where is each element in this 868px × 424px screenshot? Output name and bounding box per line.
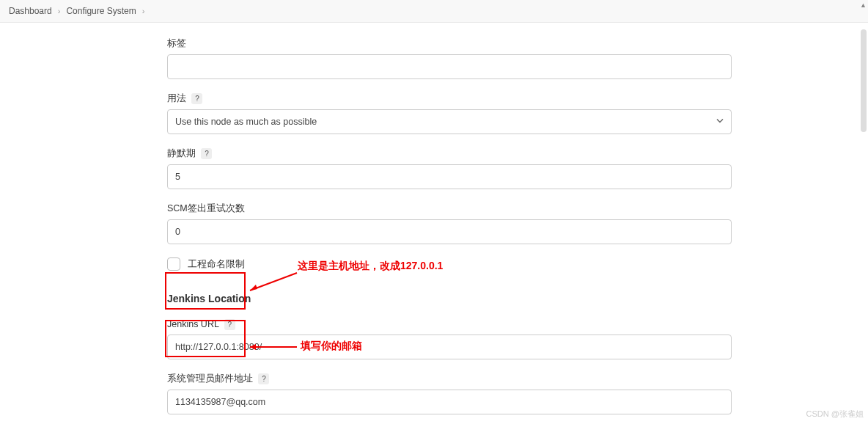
help-icon[interactable]: ?	[258, 373, 269, 384]
help-icon[interactable]: ?	[201, 148, 212, 159]
chevron-right-icon: ›	[142, 7, 145, 15]
admin-email-label-text: 系统管理员邮件地址	[167, 373, 253, 384]
scm-input[interactable]	[167, 219, 732, 244]
jenkins-url-label: Jenkins URL ?	[167, 319, 733, 330]
form-group-jenkins-url: Jenkins URL ?	[167, 319, 733, 359]
admin-email-input[interactable]	[167, 390, 732, 414]
watermark: CSDN @张雀姐	[806, 409, 864, 420]
main-content: 标签 用法 ? Use this node as much as possibl…	[0, 23, 733, 424]
usage-select-wrapper: Use this node as much as possible	[167, 109, 732, 134]
form-group-usage: 用法 ? Use this node as much as possible	[167, 92, 733, 134]
jenkins-url-label-text: Jenkins URL	[167, 319, 218, 329]
form-group-naming: 工程命名限制	[167, 257, 733, 271]
form-group-labels: 标签	[167, 37, 733, 79]
naming-checkbox[interactable]	[167, 257, 180, 271]
usage-select[interactable]: Use this node as much as possible	[167, 109, 732, 134]
breadcrumb-item-configure[interactable]: Configure System	[66, 6, 136, 16]
help-icon[interactable]: ?	[191, 93, 202, 104]
scroll-up-icon[interactable]: ▲	[860, 1, 867, 9]
scm-label: SCM签出重试次数	[167, 202, 733, 215]
chevron-right-icon: ›	[58, 7, 61, 15]
form-group-quiet: 静默期 ?	[167, 147, 733, 189]
breadcrumb-item-dashboard[interactable]: Dashboard	[9, 6, 52, 16]
quiet-label-text: 静默期	[167, 148, 196, 158]
form-group-scm: SCM签出重试次数	[167, 202, 733, 244]
usage-label: 用法 ?	[167, 92, 733, 105]
form-group-admin-email: 系统管理员邮件地址 ?	[167, 373, 733, 414]
naming-label: 工程命名限制	[188, 258, 245, 271]
labels-label: 标签	[167, 37, 733, 50]
usage-label-text: 用法	[167, 93, 186, 103]
labels-input[interactable]	[167, 54, 732, 79]
jenkins-url-input[interactable]	[167, 335, 732, 359]
help-icon[interactable]: ?	[224, 319, 235, 330]
quiet-label: 静默期 ?	[167, 147, 733, 160]
quiet-input[interactable]	[167, 164, 732, 189]
jenkins-location-title: Jenkins Location	[167, 293, 733, 304]
admin-email-label: 系统管理员邮件地址 ?	[167, 373, 733, 385]
breadcrumb: Dashboard › Configure System ›	[0, 0, 868, 23]
scrollbar-thumb[interactable]	[861, 29, 867, 132]
